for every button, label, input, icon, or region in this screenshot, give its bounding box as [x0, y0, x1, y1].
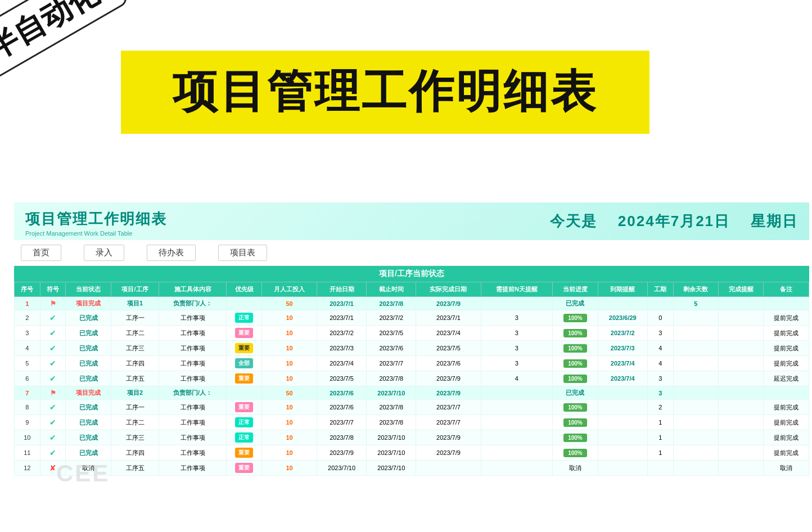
cell-content: 工作事项 — [159, 341, 227, 356]
priority-badge: 重要 — [235, 448, 253, 458]
col-project: 项目/工序 — [111, 282, 159, 297]
cell-priority: 重要 — [227, 400, 262, 415]
cell-seq: 11 — [15, 445, 40, 461]
cell-actual: 2023/7/7 — [416, 400, 481, 415]
cell-remaining — [673, 310, 718, 326]
cell-end: 2023/7/8 — [367, 297, 416, 310]
status-banner: 项目/工序当前状态 — [14, 266, 809, 282]
tab-todo[interactable]: 待办表 — [147, 245, 196, 261]
cell-remind-n: 4 — [481, 371, 553, 386]
cell-end: 2023/7/7 — [367, 356, 416, 371]
status-text: 已完成 — [79, 434, 98, 441]
col-complete-remind: 完成提醒 — [719, 282, 764, 297]
cell-remaining — [673, 371, 718, 386]
tab-input[interactable]: 录入 — [84, 245, 124, 261]
cell-seq: 8 — [15, 400, 40, 415]
cell-remaining — [673, 326, 718, 341]
cell-note — [764, 297, 809, 310]
cell-actual: 2023/7/5 — [416, 341, 481, 356]
table-row: 3 ✔ 已完成 工序二 工作事项 重要 10 2023/7/2 2023/7/5… — [15, 326, 809, 341]
cell-priority — [227, 386, 262, 400]
due-remind-text: 2023/7/4 — [611, 375, 635, 382]
cell-seq: 2 — [15, 310, 40, 326]
check-icon: ✔ — [49, 328, 56, 337]
cell-labor: 50 — [262, 297, 317, 310]
cell-seq: 5 — [15, 356, 40, 371]
cell-symbol: ✔ — [40, 326, 66, 341]
cell-actual: 2023/7/9 — [416, 430, 481, 445]
check-icon: ✔ — [49, 374, 56, 383]
cell-content: 工作事项 — [159, 326, 227, 341]
priority-badge: 重要 — [235, 402, 253, 412]
sheet-title-en: Project Management Work Detail Table — [25, 230, 167, 237]
cell-remind-n — [481, 461, 553, 476]
cell-complete-remind — [719, 326, 764, 341]
cell-symbol: ✔ — [40, 356, 66, 371]
cell-remind-n — [481, 297, 553, 310]
col-remaining: 剩余天数 — [673, 282, 718, 297]
cell-symbol: ✔ — [40, 371, 66, 386]
cell-status: 已完成 — [66, 445, 111, 461]
progress-badge: 100% — [563, 418, 587, 427]
cell-priority: 重要 — [227, 326, 262, 341]
cell-end: 2023/7/8 — [367, 415, 416, 430]
status-text: 已完成 — [79, 360, 98, 367]
cell-remind-n — [481, 430, 553, 445]
cell-symbol: ⚑ — [40, 386, 66, 400]
progress-text: 已完成 — [566, 300, 584, 306]
cell-duration: 0 — [647, 310, 673, 326]
cell-note: 提前完成 — [764, 341, 809, 356]
cell-actual: 2023/7/9 — [416, 371, 481, 386]
cell-remind-n — [481, 445, 553, 461]
cell-priority: 正常 — [227, 415, 262, 430]
cell-project: 项目1 — [111, 297, 159, 310]
check-icon: ✔ — [49, 359, 56, 368]
cell-status: 项目完成 — [66, 297, 111, 310]
tab-project[interactable]: 项目表 — [218, 245, 267, 261]
col-duration: 工期 — [647, 282, 673, 297]
cell-status: 已完成 — [66, 430, 111, 445]
cell-complete-remind — [719, 356, 764, 371]
cell-seq: 3 — [15, 326, 40, 341]
due-remind-text: 2023/6/29 — [609, 314, 637, 321]
cell-due — [598, 400, 647, 415]
priority-badge: 重要 — [235, 328, 253, 338]
cell-remind-n: 3 — [481, 356, 553, 371]
cell-symbol: ✔ — [40, 415, 66, 430]
cell-note: 提前完成 — [764, 310, 809, 326]
cell-project: 工序二 — [111, 415, 159, 430]
progress-badge: 100% — [563, 359, 587, 368]
due-remind-text: 2023/7/4 — [611, 360, 635, 367]
cell-actual: 2023/7/9 — [416, 297, 481, 310]
cell-end: 2023/7/10 — [367, 445, 416, 461]
cell-complete-remind — [719, 445, 764, 461]
cell-seq: 7 — [15, 386, 40, 400]
cell-due — [598, 415, 647, 430]
col-priority: 优先级 — [227, 282, 262, 297]
cell-progress: 100% — [553, 341, 598, 356]
check-icon: ✔ — [49, 313, 56, 322]
cell-note: 提前完成 — [764, 430, 809, 445]
cell-start: 2023/7/1 — [317, 297, 366, 310]
cell-symbol: ✔ — [40, 310, 66, 326]
cell-due: 2023/7/4 — [598, 356, 647, 371]
cell-status: 已完成 — [66, 415, 111, 430]
cell-labor: 10 — [262, 310, 317, 326]
cell-complete-remind — [719, 415, 764, 430]
cell-priority: 重要 — [227, 461, 262, 476]
cell-start: 2023/7/4 — [317, 356, 366, 371]
cell-complete-remind — [719, 297, 764, 310]
cell-due: 2023/7/4 — [598, 371, 647, 386]
data-table: 序号 符号 当前状态 项目/工序 施工具体内容 优先级 月人工投入 开始日期 截… — [14, 282, 809, 476]
cell-complete-remind — [719, 371, 764, 386]
cell-content: 工作事项 — [159, 430, 227, 445]
progress-badge: 100% — [563, 375, 587, 383]
cell-symbol: ⚑ — [40, 297, 66, 310]
check-icon: ✔ — [49, 344, 56, 353]
status-text: 项目完成 — [76, 389, 101, 396]
tab-home[interactable]: 首页 — [21, 245, 61, 261]
cell-start: 2023/7/8 — [317, 430, 366, 445]
progress-badge: 100% — [563, 344, 587, 353]
table-row: 7 ⚑ 项目完成 项目2 负责部门/人： 50 2023/7/6 2023/7/… — [15, 386, 809, 400]
cell-progress: 100% — [553, 326, 598, 341]
